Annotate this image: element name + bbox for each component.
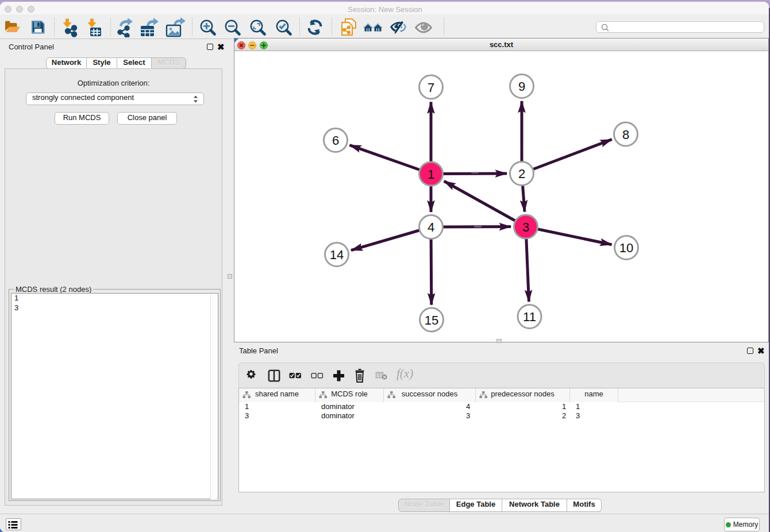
svg-text:8: 8: [622, 128, 629, 142]
svg-text:2: 2: [518, 167, 525, 181]
svg-text:7: 7: [428, 80, 434, 95]
svg-text:4: 4: [428, 220, 434, 234]
svg-text:9: 9: [518, 79, 525, 94]
svg-text:15: 15: [425, 313, 438, 327]
svg-text:10: 10: [619, 241, 633, 255]
svg-text:3: 3: [522, 220, 529, 234]
svg-text:6: 6: [332, 133, 339, 148]
svg-text:1: 1: [428, 167, 434, 182]
svg-text:11: 11: [523, 310, 536, 324]
svg-text:14: 14: [330, 248, 344, 262]
